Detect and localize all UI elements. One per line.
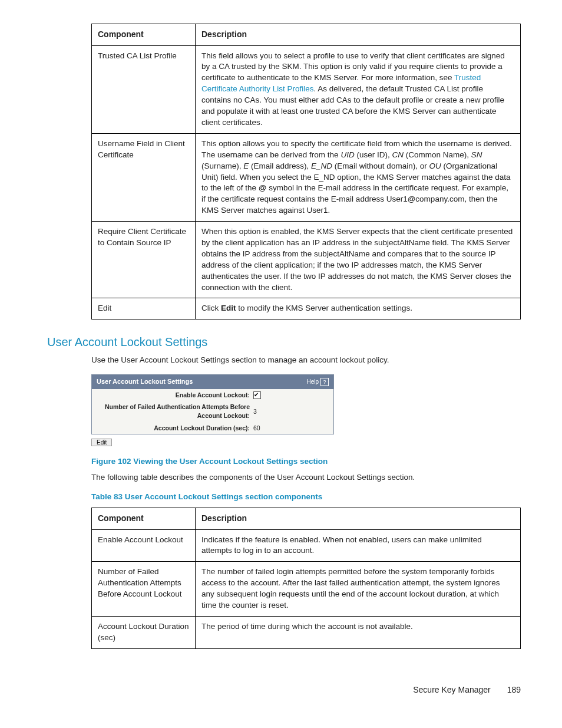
settings-panel: User Account Lockout Settings Help ? Ena… [91, 374, 334, 434]
setting-row: Number of Failed Authentication Attempts… [92, 401, 333, 421]
cell-component: Edit [92, 298, 196, 319]
cell-component: Account Lockout Duration (sec) [92, 616, 196, 648]
cell-description: This option allows you to specify the ce… [196, 133, 521, 221]
table-caption: Table 83 User Account Lockout Settings s… [91, 492, 521, 503]
components-table-1: Component Description Trusted CA List Pr… [91, 24, 521, 319]
cell-component: Number of Failed Authentication Attempts… [92, 562, 196, 617]
th-component: Component [92, 508, 196, 529]
cell-description: Click Edit to modify the KMS Server auth… [196, 298, 521, 319]
cell-component: Trusted CA List Profile [92, 45, 196, 133]
table2-intro: The following table describes the compon… [91, 472, 521, 483]
setting-value: 60 [253, 424, 260, 433]
page-footer: Secure Key Manager 189 [47, 684, 521, 696]
table-row: Enable Account Lockout Indicates if the … [92, 529, 521, 562]
setting-value: 3 [253, 407, 257, 416]
cell-description: This field allows you to select a profil… [196, 45, 521, 133]
setting-row: Enable Account Lockout: [92, 389, 333, 401]
checkbox-icon[interactable] [253, 391, 261, 399]
figure-caption: Figure 102 Viewing the User Account Lock… [91, 456, 521, 467]
page-number: 189 [507, 685, 521, 694]
cell-description: The period of time during which the acco… [196, 616, 521, 648]
help-icon: ? [320, 378, 329, 386]
intro-paragraph: Use the User Account Lockout Settings se… [91, 355, 521, 366]
section-heading: User Account Lockout Settings [47, 334, 521, 350]
cell-component: Username Field in Client Certificate [92, 133, 196, 221]
help-link[interactable]: Help ? [306, 378, 329, 386]
edit-button[interactable]: Edit [91, 439, 112, 446]
footer-title: Secure Key Manager [413, 685, 491, 694]
cell-description: The number of failed login attempts perm… [196, 562, 521, 617]
cell-description: Indicates if the feature is enabled. Whe… [196, 529, 521, 562]
cell-component: Enable Account Lockout [92, 529, 196, 562]
table-row: Edit Click Edit to modify the KMS Server… [92, 298, 521, 319]
components-table-2: Component Description Enable Account Loc… [91, 508, 521, 649]
setting-label: Account Lockout Duration (sec): [97, 424, 253, 433]
table-row: Username Field in Client Certificate Thi… [92, 133, 521, 221]
table-row: Trusted CA List Profile This field allow… [92, 45, 521, 133]
cell-component: Require Client Certificate to Contain So… [92, 222, 196, 298]
th-description: Description [196, 508, 521, 529]
setting-label: Enable Account Lockout: [97, 391, 253, 400]
th-component: Component [92, 24, 196, 46]
setting-row: Account Lockout Duration (sec): 60 [92, 422, 333, 434]
table-row: Number of Failed Authentication Attempts… [92, 562, 521, 617]
table-row: Require Client Certificate to Contain So… [92, 222, 521, 298]
th-description: Description [196, 24, 521, 46]
setting-label: Number of Failed Authentication Attempts… [97, 403, 253, 420]
table-row: Account Lockout Duration (sec) The perio… [92, 616, 521, 648]
cell-description: When this option is enabled, the KMS Ser… [196, 222, 521, 298]
panel-header: User Account Lockout Settings Help ? [92, 375, 333, 388]
panel-title: User Account Lockout Settings [97, 377, 193, 386]
